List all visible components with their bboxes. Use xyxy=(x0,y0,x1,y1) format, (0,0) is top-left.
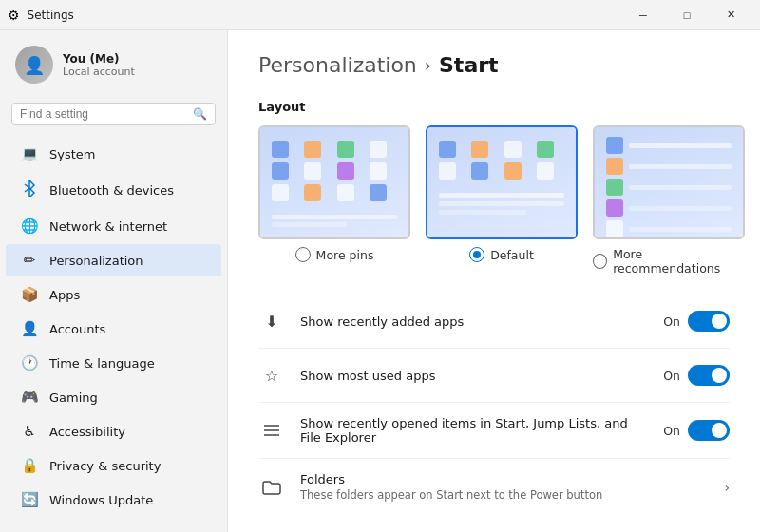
recently-opened-toggle[interactable] xyxy=(688,420,730,441)
folders-chevron-icon: › xyxy=(724,480,730,495)
dot xyxy=(606,137,623,154)
search-icon: 🔍 xyxy=(193,107,207,121)
folders-icon xyxy=(258,474,285,501)
setting-row-most-used: ☆ Show most used apps On xyxy=(258,349,730,403)
folders-title: Folders xyxy=(300,472,709,486)
dot xyxy=(304,184,321,201)
sidebar-label-system: System xyxy=(49,147,95,162)
dot xyxy=(504,141,522,158)
system-icon: 💻 xyxy=(21,145,38,162)
setting-row-recently-added: ⬇ Show recently added apps On xyxy=(258,294,730,349)
avatar-info: You (Me) Local account xyxy=(63,52,135,78)
layout-cards: More pins xyxy=(258,125,730,276)
card-inner-default xyxy=(428,127,576,238)
sidebar-item-gaming[interactable]: 🎮 Gaming xyxy=(6,381,221,413)
sidebar-item-accounts[interactable]: 👤 Accounts xyxy=(6,313,221,345)
label-more-recs: More recommendations xyxy=(613,247,745,276)
sidebar-item-update[interactable]: 🔄 Windows Update xyxy=(6,484,221,516)
avatar-section: 👤 You (Me) Local account xyxy=(0,38,227,99)
dot xyxy=(337,162,354,180)
card-img-more-pins xyxy=(258,125,410,239)
sidebar-item-network[interactable]: 🌐 Network & internet xyxy=(6,210,221,242)
apps-icon: 📦 xyxy=(21,286,38,303)
breadcrumb-parent[interactable]: Personalization xyxy=(258,53,417,77)
close-button[interactable]: ✕ xyxy=(709,0,752,30)
setting-row-recently-opened: Show recently opened items in Start, Jum… xyxy=(258,403,730,459)
most-used-toggle[interactable] xyxy=(688,365,730,386)
dot xyxy=(439,162,456,180)
dot xyxy=(471,162,488,180)
update-icon: 🔄 xyxy=(21,491,38,508)
dot xyxy=(606,158,623,175)
breadcrumb: Personalization › Start xyxy=(258,53,730,77)
sidebar-item-system[interactable]: 💻 System xyxy=(6,138,221,170)
layout-card-default[interactable]: Default xyxy=(426,125,578,276)
dot xyxy=(304,162,321,180)
radio-row-default[interactable]: Default xyxy=(469,247,534,262)
avatar-name: You (Me) xyxy=(63,52,135,66)
folders-sub: These folders appear on Start next to th… xyxy=(300,488,709,502)
sidebar-item-time[interactable]: 🕐 Time & language xyxy=(6,347,221,379)
sidebar-label-time: Time & language xyxy=(49,356,155,370)
layout-section-label: Layout xyxy=(258,100,730,114)
sidebar-item-accessibility[interactable]: ♿ Accessibility xyxy=(6,415,221,447)
sidebar-label-gaming: Gaming xyxy=(49,390,98,405)
time-icon: 🕐 xyxy=(21,354,38,371)
sidebar-label-update: Windows Update xyxy=(49,493,153,507)
radio-row-more-pins[interactable]: More pins xyxy=(295,247,374,262)
breadcrumb-separator: › xyxy=(425,55,431,75)
search-box[interactable]: 🔍 xyxy=(11,103,216,125)
card-inner-more-recs xyxy=(595,127,743,238)
search-input[interactable] xyxy=(20,107,187,121)
dot xyxy=(272,141,289,158)
label-default: Default xyxy=(490,248,534,262)
radio-row-more-recs[interactable]: More recommendations xyxy=(593,247,745,276)
settings-app-icon: ⚙ xyxy=(8,8,20,23)
radio-more-pins[interactable] xyxy=(295,247,311,262)
dot xyxy=(370,184,387,201)
sidebar-item-personalization[interactable]: ✏️ Personalization xyxy=(6,244,221,276)
privacy-icon: 🔒 xyxy=(21,457,38,474)
folders-row[interactable]: Folders These folders appear on Start ne… xyxy=(258,459,730,515)
sidebar-label-accounts: Accounts xyxy=(49,322,105,336)
title-bar-left: ⚙ Settings xyxy=(8,8,74,23)
related-support-label: Related support xyxy=(258,515,730,532)
dot xyxy=(337,141,354,158)
card-inner-more-pins xyxy=(260,127,408,238)
dot xyxy=(439,141,456,158)
sidebar-item-bluetooth[interactable]: Bluetooth & devices xyxy=(6,172,221,208)
sidebar-item-privacy[interactable]: 🔒 Privacy & security xyxy=(6,449,221,482)
dot xyxy=(606,220,623,238)
sidebar-label-apps: Apps xyxy=(49,288,80,302)
dot xyxy=(272,162,289,180)
recently-added-status: On xyxy=(663,314,680,329)
recently-added-control: On xyxy=(663,311,730,332)
radio-more-recs[interactable] xyxy=(593,254,607,269)
radio-default[interactable] xyxy=(469,247,484,262)
maximize-button[interactable]: □ xyxy=(665,0,709,30)
recently-added-toggle[interactable] xyxy=(688,311,730,332)
dot xyxy=(606,179,623,196)
sidebar-label-personalization: Personalization xyxy=(49,254,143,268)
card-dots-default xyxy=(428,127,576,193)
recently-added-icon: ⬇ xyxy=(258,308,285,334)
layout-card-more-recs[interactable]: More recommendations xyxy=(593,125,745,276)
accessibility-icon: ♿ xyxy=(21,423,38,440)
dot xyxy=(606,200,623,217)
sidebar-item-apps[interactable]: 📦 Apps xyxy=(6,278,221,311)
card-dots-more-pins xyxy=(260,127,408,215)
dot xyxy=(304,141,321,158)
recently-added-label: Show recently added apps xyxy=(300,314,648,329)
bluetooth-icon xyxy=(21,180,38,200)
label-more-pins: More pins xyxy=(316,248,374,262)
folders-text: Folders These folders appear on Start ne… xyxy=(300,472,709,502)
window-controls: ─ □ ✕ xyxy=(621,0,752,30)
title-bar-title: Settings xyxy=(28,9,74,22)
layout-card-more-pins[interactable]: More pins xyxy=(258,125,410,276)
recently-opened-icon xyxy=(258,417,285,444)
minimize-button[interactable]: ─ xyxy=(621,0,665,30)
sidebar: 👤 You (Me) Local account 🔍 💻 System Blu xyxy=(0,30,228,532)
sidebar-label-privacy: Privacy & security xyxy=(49,459,161,473)
dot xyxy=(537,162,554,180)
sidebar-label-bluetooth: Bluetooth & devices xyxy=(49,183,174,198)
